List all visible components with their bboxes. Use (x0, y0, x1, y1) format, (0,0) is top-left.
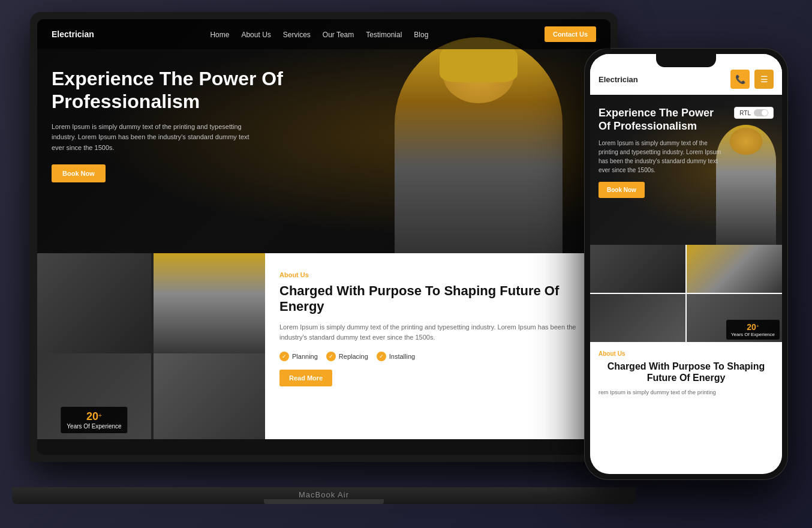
about-features: ✓ Planning ✓ Replacing ✓ Installing (279, 352, 596, 361)
phone-about-section: 20+ Years Of Experience About Us Charged… (590, 245, 782, 403)
phone-image-1 (590, 245, 685, 293)
nav-link-about[interactable]: About Us (241, 31, 270, 39)
phone-body: Electrician 📞 ☰ Experience The Power Of … (584, 48, 788, 480)
rtl-toggle-thumb (762, 110, 768, 116)
check-icon-installing: ✓ (377, 352, 386, 361)
phone-nav-logo: Electrician (599, 75, 638, 84)
website-content: Electrician Home About Us Services Our T… (37, 19, 610, 455)
phone-about-tag: About Us (599, 350, 774, 357)
nav-link-services[interactable]: Services (283, 31, 311, 39)
phone-call-button[interactable]: 📞 (730, 70, 750, 89)
phone-years-number: 20 (747, 322, 756, 332)
rtl-toggle[interactable]: RTL (734, 107, 774, 119)
nav-links: Home About Us Services Our Team Testimon… (210, 29, 428, 40)
laptop-model-label: MacBook Air (299, 490, 349, 499)
check-icon-planning: ✓ (279, 352, 289, 361)
phone-years-badge: 20+ Years Of Experience (726, 320, 780, 340)
laptop-screen: Electrician Home About Us Services Our T… (37, 19, 610, 455)
feature-replacing: ✓ Replacing (326, 352, 368, 361)
phone-hero-section: Experience The Power Of Professionalism … (590, 95, 782, 245)
phone-menu-button[interactable]: ☰ (754, 70, 774, 89)
rtl-label: RTL (739, 110, 751, 116)
phone-image-3 (590, 294, 685, 342)
about-image-bottom-right (154, 353, 265, 439)
check-icon-replacing: ✓ (326, 352, 336, 361)
phone-years-label: Years Of Experience (731, 332, 775, 337)
rtl-toggle-track (754, 109, 768, 116)
years-number: 20 (86, 410, 98, 422)
phone-image-2 (687, 245, 782, 293)
hero-section: Experience The Power Of Professionalism … (37, 19, 610, 253)
nav-link-blog[interactable]: Blog (414, 31, 428, 39)
phone-about-description: rem Ipsum is simply dummy text of the pr… (599, 388, 774, 397)
hero-description: Lorem Ipsum is simply dummy text of the … (52, 122, 255, 154)
phone-book-now-button[interactable]: Book Now (599, 182, 645, 198)
about-images: 20+ Years Of Experience (37, 253, 265, 439)
about-content: About Us Charged With Purpose To Shaping… (265, 253, 610, 439)
phone-about-content: About Us Charged With Purpose To Shaping… (590, 342, 782, 403)
laptop-device: Electrician Home About Us Services Our T… (30, 12, 618, 504)
feature-planning: ✓ Planning (279, 352, 318, 361)
laptop-navbar: Electrician Home About Us Services Our T… (37, 19, 610, 49)
nav-link-testimonial[interactable]: Testimonial (366, 31, 402, 39)
about-description: Lorem Ipsum is simply dummy text of the … (279, 322, 596, 343)
phone-screen: Electrician 📞 ☰ Experience The Power Of … (590, 54, 782, 474)
phone-nav-icons: 📞 ☰ (730, 70, 774, 89)
phone-notch (656, 54, 716, 67)
phone-about-title: Charged With Purpose To Shaping Future O… (599, 361, 774, 383)
years-label: Years Of Experience (67, 423, 121, 430)
read-more-button[interactable]: Read More (279, 370, 332, 386)
phone-about-images: 20+ Years Of Experience (590, 245, 782, 342)
phone-years-superscript: + (756, 323, 759, 329)
phone-device: Electrician 📞 ☰ Experience The Power Of … (584, 48, 788, 480)
nav-link-team[interactable]: Our Team (323, 31, 354, 39)
about-section: 20+ Years Of Experience About Us Charged… (37, 253, 610, 439)
about-image-top-left (37, 253, 151, 356)
feature-replacing-label: Replacing (339, 353, 368, 360)
feature-installing-label: Installing (389, 353, 415, 360)
about-worker-image (154, 253, 265, 356)
feature-planning-label: Planning (292, 353, 318, 360)
contact-us-button[interactable]: Contact Us (545, 26, 596, 42)
feature-installing: ✓ Installing (377, 352, 415, 361)
years-experience-badge: 20+ Years Of Experience (61, 407, 127, 433)
years-superscript: + (98, 412, 102, 419)
book-now-button[interactable]: Book Now (52, 164, 106, 182)
nav-logo: Electrician (52, 29, 94, 39)
laptop-body: Electrician Home About Us Services Our T… (30, 12, 618, 462)
about-tag: About Us (279, 271, 596, 278)
hero-title: Experience The Power Of Professionalism (52, 67, 351, 113)
about-title: Charged With Purpose To Shaping Future O… (279, 283, 596, 315)
phone-hero-title: Experience The Power Of Professionalism (599, 107, 718, 133)
phone-hero-description: Lorem Ipsum is simply dummy text of the … (599, 139, 724, 175)
about-image-top-right (154, 253, 265, 356)
nav-link-home[interactable]: Home (210, 31, 229, 39)
